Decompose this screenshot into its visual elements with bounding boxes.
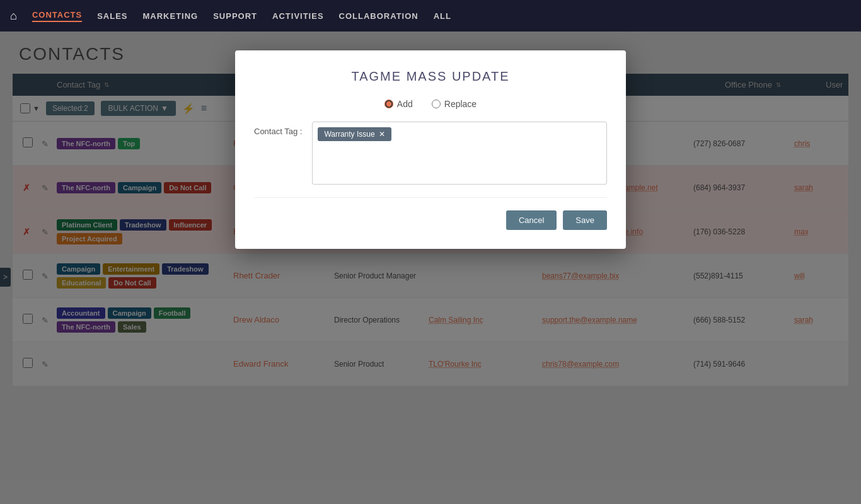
modal-radio-group: Add Replace <box>254 99 607 109</box>
top-navigation: ⌂ CONTACTS SALES MARKETING SUPPORT ACTIV… <box>0 0 861 32</box>
modal-actions: Cancel Save <box>254 210 607 230</box>
modal-tag-warranty-issue: Warranty Issue ✕ <box>318 127 391 141</box>
nav-item-contacts[interactable]: CONTACTS <box>32 10 82 22</box>
radio-replace[interactable] <box>432 100 441 108</box>
nav-item-activities[interactable]: ACTIVITIES <box>272 11 324 21</box>
modal-form-row: Contact Tag : Warranty Issue ✕ <box>254 122 607 185</box>
modal-tag-input[interactable]: Warranty Issue ✕ <box>312 122 607 185</box>
cancel-button[interactable]: Cancel <box>506 210 557 230</box>
modal-overlay[interactable]: TAGME MASS UPDATE Add Replace Contact Ta… <box>0 32 861 504</box>
radio-add[interactable] <box>384 100 393 108</box>
modal-form-label: Contact Tag : <box>254 122 302 136</box>
save-button[interactable]: Save <box>563 210 607 230</box>
nav-item-support[interactable]: SUPPORT <box>213 11 257 21</box>
home-icon[interactable]: ⌂ <box>10 9 17 23</box>
radio-replace-label[interactable]: Replace <box>432 99 477 109</box>
modal-tag-label: Warranty Issue <box>324 130 374 139</box>
nav-item-sales[interactable]: SALES <box>97 11 127 21</box>
modal-title: TAGME MASS UPDATE <box>254 69 607 84</box>
page-background: > CONTACTS Contact Tag ⇅ Name ⇅ Title Ac… <box>0 32 861 504</box>
modal-divider <box>254 197 607 198</box>
radio-add-label[interactable]: Add <box>384 99 413 109</box>
radio-replace-text: Replace <box>444 99 477 109</box>
nav-item-marketing[interactable]: MARKETING <box>142 11 198 21</box>
radio-add-text: Add <box>397 99 413 109</box>
nav-item-collaboration[interactable]: COLLABORATION <box>339 11 419 21</box>
modal-tag-close-icon[interactable]: ✕ <box>379 130 385 139</box>
nav-item-all[interactable]: ALL <box>434 11 451 21</box>
modal-tagme-mass-update: TAGME MASS UPDATE Add Replace Contact Ta… <box>235 50 626 249</box>
